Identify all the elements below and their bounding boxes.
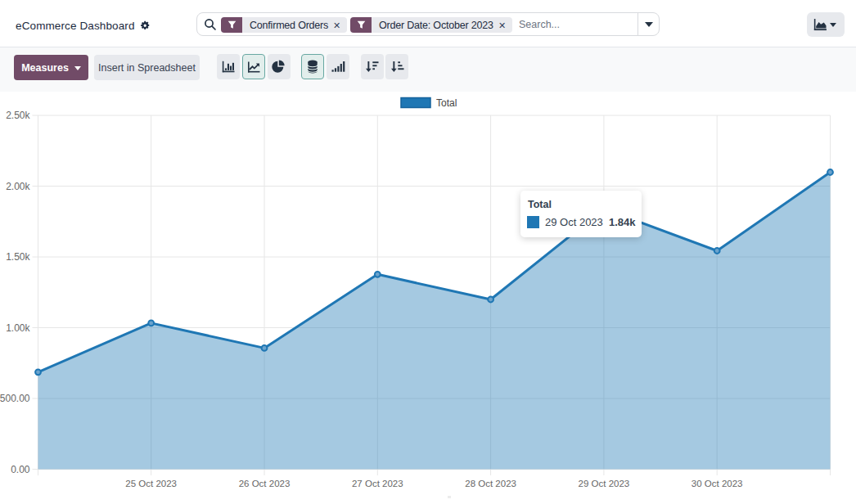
svg-text:30 Oct 2023: 30 Oct 2023 — [692, 479, 743, 488]
svg-text:27 Oct 2023: 27 Oct 2023 — [352, 479, 403, 488]
svg-text:2.50k: 2.50k — [6, 110, 30, 121]
svg-text:2.00k: 2.00k — [6, 181, 30, 192]
svg-text:0.00: 0.00 — [11, 464, 30, 475]
svg-text:29 Oct 2023: 29 Oct 2023 — [579, 479, 630, 488]
svg-text:26 Oct 2023: 26 Oct 2023 — [239, 479, 291, 488]
svg-text:1.00k: 1.00k — [6, 322, 30, 334]
svg-text:Total: Total — [436, 97, 457, 109]
svg-text:25 Oct 2023: 25 Oct 2023 — [125, 479, 177, 488]
svg-text:28 Oct 2023: 28 Oct 2023 — [465, 479, 516, 488]
svg-text:1.50k: 1.50k — [6, 251, 30, 263]
svg-text:500.00: 500.00 — [0, 393, 30, 404]
